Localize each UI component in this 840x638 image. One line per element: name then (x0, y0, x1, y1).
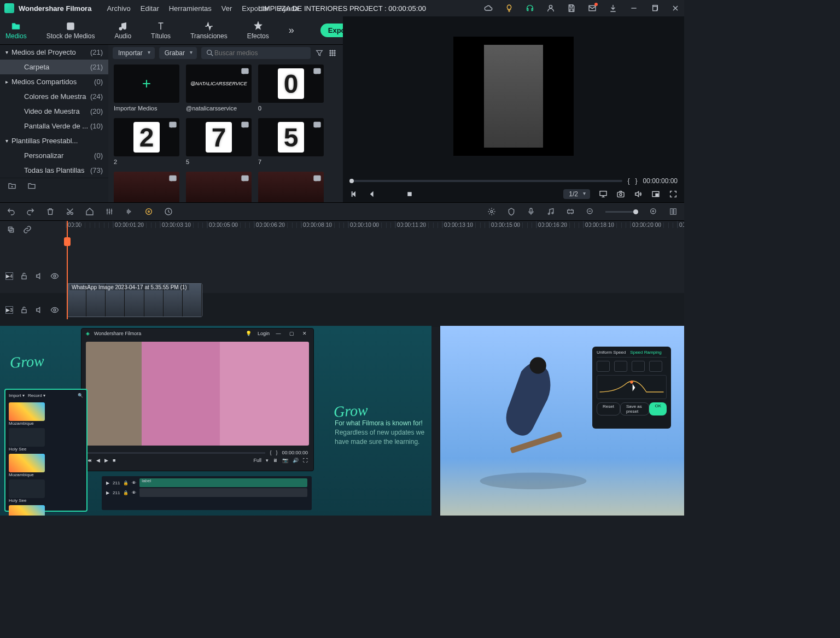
media-thumb[interactable] (114, 172, 179, 202)
render-icon[interactable] (487, 207, 496, 216)
redo-icon[interactable] (26, 207, 35, 216)
cut-icon[interactable] (66, 207, 74, 216)
pip-icon[interactable] (651, 190, 660, 198)
speed-mode[interactable] (614, 361, 627, 372)
tab-stock[interactable]: Stock de Medios (46, 21, 95, 40)
stop-icon[interactable] (405, 190, 414, 198)
ruler-copy-icon[interactable] (7, 225, 15, 234)
tree-row[interactable]: Personalizar(0) (0, 148, 108, 163)
speed-tab-ramp[interactable]: Speed Ramping (630, 350, 661, 355)
media-thumb[interactable]: @NATALICARSSERVICE@natalicarsservice (186, 65, 252, 112)
tabs-more-button[interactable]: » (289, 25, 301, 36)
undo-icon[interactable] (7, 207, 15, 216)
speed-tab-uniform[interactable]: Uniform Speed (597, 350, 626, 355)
tree-row[interactable]: ▸Medios Compartidos(0) (0, 74, 108, 89)
search-box[interactable] (201, 47, 311, 59)
media-thumb[interactable]: 00 (258, 65, 324, 112)
color-wheel-icon[interactable] (144, 207, 153, 216)
step-back-icon[interactable] (368, 190, 377, 198)
visibility-icon[interactable] (50, 272, 59, 280)
media-thumb[interactable]: 57 (258, 118, 324, 165)
snapshot-icon[interactable] (616, 190, 625, 198)
minimize-icon[interactable] (629, 4, 638, 13)
fit-icon[interactable] (566, 207, 575, 216)
tree-row[interactable]: Pantalla Verde de ...(10) (0, 119, 108, 133)
lock-icon[interactable] (20, 306, 28, 314)
headset-icon[interactable] (526, 4, 534, 13)
monitor-icon[interactable] (599, 190, 608, 198)
mute-icon[interactable] (35, 272, 44, 280)
tab-titles[interactable]: Títulos (151, 21, 171, 40)
cloud-icon[interactable] (484, 4, 493, 13)
close-icon[interactable] (671, 4, 680, 13)
mute-icon[interactable] (35, 306, 44, 314)
mic-icon[interactable] (527, 207, 535, 216)
menu-view[interactable]: Ver (221, 4, 232, 13)
tree-row[interactable]: ▾Plantillas Preestabl... (0, 133, 108, 148)
preview-stage[interactable] (343, 16, 684, 176)
tree-row[interactable]: Todas las Plantillas(73) (0, 163, 108, 178)
speed-curve[interactable] (597, 375, 667, 399)
link-icon[interactable] (23, 225, 32, 234)
speed-icon[interactable] (164, 207, 173, 216)
delete-icon[interactable] (46, 207, 55, 216)
import-dropdown[interactable]: Importar (113, 47, 155, 59)
new-folder-icon[interactable] (8, 182, 16, 190)
speed-reset-button[interactable]: Reset (597, 402, 620, 415)
mail-icon[interactable] (588, 4, 597, 13)
tree-row[interactable]: Colores de Muestra(24) (0, 89, 108, 104)
search-input[interactable] (214, 49, 306, 57)
tab-effects[interactable]: Efectos (247, 21, 269, 40)
menu-file[interactable]: Archivo (107, 4, 130, 13)
volume-icon[interactable] (634, 190, 643, 198)
mark-out-icon[interactable]: } (635, 177, 638, 185)
speed-mode[interactable] (632, 361, 645, 372)
user-icon[interactable] (546, 4, 555, 13)
restore-icon[interactable] (650, 4, 659, 13)
prev-frame-icon[interactable] (349, 190, 358, 198)
tree-row[interactable]: ▾Medios del Proyecto(21) (0, 45, 108, 60)
menu-tools[interactable]: Herramientas (169, 4, 212, 13)
download-icon[interactable] (609, 4, 617, 13)
preview-scale-dropdown[interactable]: 1/2 (563, 189, 590, 199)
import-media-tile[interactable]: +Importar Medios (114, 65, 179, 112)
tab-media[interactable]: Medios (5, 21, 27, 40)
tab-audio[interactable]: Audio (114, 21, 131, 40)
tree-row[interactable]: Carpeta(21) (0, 60, 108, 74)
playhead[interactable] (67, 221, 68, 319)
lightbulb-icon[interactable] (505, 4, 514, 13)
grid-view-icon[interactable] (328, 49, 337, 57)
sliders-icon[interactable] (105, 207, 114, 216)
save-icon[interactable] (567, 4, 576, 13)
waveform-icon[interactable] (125, 207, 133, 216)
music-icon[interactable] (546, 207, 555, 216)
play-icon[interactable] (387, 190, 395, 198)
speed-ok-button[interactable]: OK (649, 402, 667, 415)
timeline-ruler[interactable]: 00:0000:00:01:2000:00:03:1000:00:05:0000… (0, 221, 684, 238)
timeline-settings-icon[interactable] (669, 207, 678, 216)
tab-transitions[interactable]: Transiciones (190, 21, 228, 40)
speed-mode[interactable] (649, 361, 662, 372)
marker-icon[interactable] (507, 207, 516, 216)
zoom-in-icon[interactable] (649, 207, 658, 216)
speed-save-button[interactable]: Save as preset (620, 402, 650, 415)
folder-icon[interactable] (27, 182, 36, 190)
record-dropdown[interactable]: Grabar (159, 47, 197, 59)
lock-icon[interactable] (20, 272, 28, 280)
media-thumb[interactable] (186, 172, 252, 202)
visibility-icon[interactable] (50, 306, 59, 314)
fullscreen-icon[interactable] (669, 190, 678, 198)
speed-mode[interactable] (597, 361, 610, 372)
media-thumb[interactable]: 75 (186, 118, 252, 165)
mark-in-icon[interactable]: { (628, 177, 630, 185)
zoom-out-icon[interactable] (586, 207, 594, 216)
timeline-clip[interactable]: WhatsApp Image 2023-04-17 at 5.35.55 PM … (67, 283, 202, 317)
filter-icon[interactable] (315, 49, 324, 57)
media-thumb[interactable] (258, 172, 324, 202)
tag-icon[interactable] (85, 207, 94, 216)
menu-edit[interactable]: Editar (141, 4, 159, 13)
media-thumb[interactable]: 22 (114, 118, 179, 165)
preview-scrubbar[interactable] (349, 180, 622, 182)
zoom-slider[interactable] (605, 211, 638, 213)
tree-row[interactable]: Video de Muestra(20) (0, 104, 108, 119)
